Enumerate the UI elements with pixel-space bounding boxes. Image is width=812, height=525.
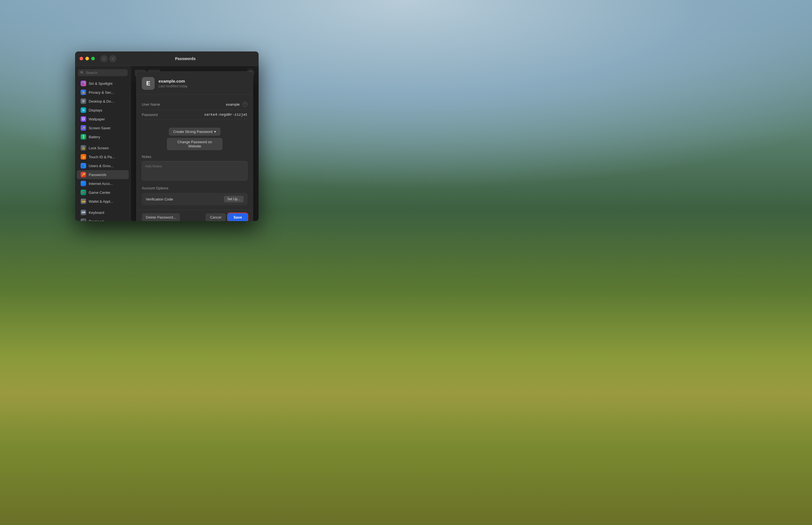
sidebar-item-wallpaper[interactable]: 🖼 Wallpaper — [77, 115, 129, 123]
sidebar-item-trackpad[interactable]: ⬛ Trackpad — [77, 217, 129, 221]
sidebar-label-wallpaper: Wallpaper — [89, 117, 105, 121]
nav-buttons: ‹ › — [100, 55, 117, 62]
maximize-button[interactable] — [91, 57, 95, 60]
notes-label: Notes — [142, 155, 247, 159]
sidebar: 🔍 🎤 Siri & Spotlight 🔒 Privacy & Sec... … — [75, 66, 131, 221]
sidebar-item-displays[interactable]: 🖥 Displays — [77, 106, 129, 115]
dialog-footer: Delete Password... Cancel Save — [136, 210, 253, 221]
gamecenter-icon: 🎮 — [81, 190, 86, 195]
dialog-overlay: E example.com Last modified today User N… — [131, 66, 259, 221]
siri-icon: 🎤 — [81, 81, 86, 86]
sidebar-item-users[interactable]: 👥 Users & Grou... — [77, 161, 129, 170]
sidebar-label-trackpad: Trackpad — [89, 220, 104, 221]
password-actions: Create Strong Password ▾ Change Password… — [136, 124, 253, 155]
footer-right-buttons: Cancel Save — [206, 213, 247, 221]
titlebar: ‹ › Passwords — [75, 51, 259, 66]
search-icon: 🔍 — [80, 71, 84, 75]
sidebar-label-lockscreen: Lock Screen — [89, 146, 109, 150]
desktop-icon: 🖥 — [81, 99, 86, 104]
sidebar-item-wallet[interactable]: 💳 Wallet & Appl... — [77, 197, 129, 206]
sidebar-label-privacy: Privacy & Sec... — [89, 90, 114, 94]
notes-textarea[interactable] — [142, 161, 247, 180]
site-avatar: E — [142, 77, 155, 90]
sidebar-item-internet[interactable]: 🌐 Internet Acco... — [77, 179, 129, 188]
sidebar-item-battery[interactable]: 🔋 Battery — [77, 132, 129, 141]
sidebar-item-touchid[interactable]: 👆 Touch ID & Pa... — [77, 152, 129, 161]
save-button[interactable]: Save — [228, 213, 247, 221]
password-label: Password — [142, 112, 170, 117]
sidebar-label-desktop: Desktop & Do... — [89, 99, 114, 103]
setup-button[interactable]: Set Up... — [224, 196, 244, 202]
site-name: example.com — [159, 79, 187, 84]
sidebar-item-passwords[interactable]: 🔑 Passwords — [77, 170, 129, 179]
create-password-chevron: ▾ — [214, 130, 216, 134]
trackpad-icon: ⬛ — [81, 219, 86, 221]
screensaver-icon: ✨ — [81, 125, 86, 131]
minimize-button[interactable] — [85, 57, 89, 60]
verification-row: Verification Code Set Up... — [142, 193, 247, 205]
verification-code-label: Verification Code — [146, 197, 173, 201]
sidebar-label-gamecenter: Game Center — [89, 191, 110, 195]
account-options-label: Account Options — [142, 186, 247, 190]
sidebar-label-wallet: Wallet & Appl... — [89, 199, 113, 204]
keyboard-icon: ⌨️ — [81, 210, 86, 215]
sidebar-label-passwords: Passwords — [89, 173, 106, 177]
search-input[interactable] — [86, 71, 125, 75]
battery-icon: 🔋 — [81, 134, 86, 139]
privacy-icon: 🔒 — [81, 90, 86, 95]
password-value[interactable]: xarke4-negdAr-zizjat — [170, 112, 247, 117]
sidebar-label-users: Users & Grou... — [89, 164, 114, 168]
site-modified: Last modified today — [159, 84, 187, 88]
fields-area: User Name example ? Password xarke4-negd… — [136, 94, 253, 124]
sidebar-label-touchid: Touch ID & Pa... — [89, 155, 115, 159]
forward-button[interactable]: › — [109, 55, 117, 62]
displays-icon: 🖥 — [81, 107, 86, 113]
password-detail-dialog: E example.com Last modified today User N… — [136, 72, 253, 221]
sidebar-label-displays: Displays — [89, 108, 102, 112]
sidebar-item-gamecenter[interactable]: 🎮 Game Center — [77, 188, 129, 197]
traffic-lights — [79, 57, 95, 60]
username-label: User Name — [142, 102, 170, 106]
lockscreen-icon: 🔒 — [81, 145, 86, 151]
username-help-button[interactable]: ? — [242, 102, 247, 107]
system-preferences-window: ‹ › Passwords 🔍 🎤 Siri & Spotlight 🔒 Pri… — [75, 51, 259, 221]
back-button[interactable]: ‹ — [100, 55, 108, 62]
main-area: 🔍 🎤 Siri & Spotlight 🔒 Privacy & Sec... … — [75, 66, 259, 221]
create-password-label: Create Strong Password — [173, 130, 213, 134]
sidebar-label-battery: Battery — [89, 135, 100, 139]
wallet-icon: 💳 — [81, 198, 86, 204]
sidebar-label-internet: Internet Acco... — [89, 182, 113, 186]
delete-password-button[interactable]: Delete Password... — [142, 213, 180, 221]
window-title: Passwords — [117, 57, 254, 61]
sidebar-item-desktop[interactable]: 🖥 Desktop & Do... — [77, 97, 129, 106]
cancel-button[interactable]: Cancel — [206, 213, 226, 221]
site-header: E example.com Last modified today — [136, 72, 253, 94]
create-strong-password-button[interactable]: Create Strong Password ▾ — [169, 127, 221, 136]
username-value[interactable]: example — [170, 102, 240, 106]
close-button[interactable] — [79, 57, 83, 60]
sidebar-item-privacy[interactable]: 🔒 Privacy & Sec... — [77, 88, 129, 97]
sidebar-item-screensaver[interactable]: ✨ Screen Saver — [77, 123, 129, 132]
account-options-section: Account Options Verification Code Set Up… — [136, 186, 253, 210]
sidebar-item-lockscreen[interactable]: 🔒 Lock Screen — [77, 144, 129, 152]
sidebar-item-keyboard[interactable]: ⌨️ Keyboard — [77, 208, 129, 217]
site-info: example.com Last modified today — [159, 79, 187, 88]
sidebar-label-siri: Siri & Spotlight — [89, 81, 112, 86]
sidebar-label-screensaver: Screen Saver — [89, 126, 111, 130]
passwords-icon: 🔑 — [81, 172, 86, 177]
right-panel: + ▾ ••• ▾ ⓘ E example. — [131, 66, 259, 221]
search-box[interactable]: 🔍 — [78, 69, 127, 76]
username-row: User Name example ? — [142, 99, 247, 110]
notes-section: Notes — [136, 155, 253, 186]
change-password-button[interactable]: Change Password on Website — [167, 138, 223, 150]
sidebar-item-siri[interactable]: 🎤 Siri & Spotlight — [77, 79, 129, 88]
internet-icon: 🌐 — [81, 181, 86, 186]
wallpaper-icon: 🖼 — [81, 116, 86, 122]
change-password-label: Change Password on Website — [177, 140, 212, 148]
touchid-icon: 👆 — [81, 154, 86, 160]
password-row: Password xarke4-negdAr-zizjat — [142, 110, 247, 120]
sidebar-label-keyboard: Keyboard — [89, 210, 104, 215]
users-icon: 👥 — [81, 163, 86, 168]
